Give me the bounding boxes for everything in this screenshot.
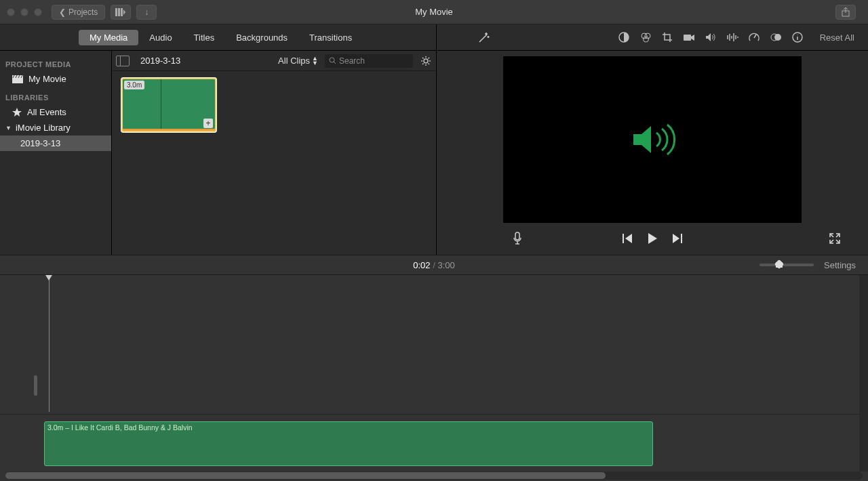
minimize-window[interactable] bbox=[20, 8, 28, 16]
disclosure-triangle-icon[interactable]: ▼ bbox=[5, 125, 12, 131]
timeline-clip-label: 3.0m – I Like It Cardi B, Bad Bunny & J … bbox=[45, 422, 652, 433]
media-tabs: My Media Audio Titles Backgrounds Transi… bbox=[79, 30, 363, 45]
svg-point-14 bbox=[330, 58, 334, 62]
tab-backgrounds[interactable]: Backgrounds bbox=[225, 30, 298, 45]
back-to-projects-button[interactable]: ❮ Projects bbox=[52, 5, 105, 20]
audio-clip-thumbnail[interactable]: 3.0m + bbox=[121, 78, 216, 132]
adjustment-tools bbox=[618, 31, 804, 43]
all-events-label: All Events bbox=[27, 107, 66, 117]
toolbar: My Media Audio Titles Backgrounds Transi… bbox=[0, 24, 868, 51]
back-label: Projects bbox=[68, 7, 98, 17]
current-time: 0:02 bbox=[413, 260, 430, 270]
sidebar-item-project[interactable]: My Movie bbox=[0, 71, 111, 87]
svg-rect-1 bbox=[118, 8, 120, 16]
project-name: My Movie bbox=[28, 74, 66, 84]
svg-rect-17 bbox=[623, 234, 624, 243]
timeline-marker[interactable] bbox=[34, 375, 37, 396]
chevron-left-icon: ❮ bbox=[59, 7, 66, 17]
info-icon bbox=[791, 31, 804, 43]
timeline-video-track[interactable] bbox=[0, 275, 868, 415]
speedometer-icon bbox=[748, 31, 760, 43]
search-icon bbox=[329, 57, 336, 64]
info-button[interactable] bbox=[791, 31, 804, 43]
toggle-sidebar-button[interactable] bbox=[116, 56, 130, 66]
skip-forward-icon bbox=[671, 234, 682, 243]
library-list-button[interactable] bbox=[111, 5, 131, 20]
next-button[interactable] bbox=[671, 232, 683, 245]
vertical-scrollbar[interactable] bbox=[859, 275, 868, 472]
info-strip: 0:02 / 3:00 Settings bbox=[0, 255, 868, 275]
media-browser: 2019-3-13 All Clips ▲▼ Search 3.0m + bbox=[112, 51, 437, 255]
search-placeholder: Search bbox=[339, 56, 365, 66]
time-separator: / bbox=[433, 260, 435, 270]
sidebar-heading-project-media: PROJECT MEDIA bbox=[0, 54, 111, 71]
crop-button[interactable] bbox=[661, 31, 673, 43]
stabilization-button[interactable] bbox=[683, 31, 695, 43]
zoom-window[interactable] bbox=[34, 8, 42, 16]
window-controls bbox=[7, 8, 42, 16]
star-icon bbox=[12, 108, 22, 117]
noise-reduction-button[interactable] bbox=[726, 31, 738, 43]
enhance-button[interactable] bbox=[477, 30, 491, 44]
contrast-icon bbox=[618, 31, 630, 43]
main-panel: PROJECT MEDIA My Movie LIBRARIES All Eve… bbox=[0, 51, 868, 255]
close-window[interactable] bbox=[7, 8, 15, 16]
svg-rect-8 bbox=[684, 35, 691, 41]
share-icon bbox=[842, 7, 850, 17]
add-to-timeline-button[interactable]: + bbox=[203, 119, 213, 128]
wand-icon bbox=[477, 30, 491, 44]
clip-filter-dropdown[interactable]: All Clips ▲▼ bbox=[278, 56, 318, 66]
palette-icon bbox=[639, 31, 652, 43]
audio-speaker-icon bbox=[625, 119, 679, 160]
import-button[interactable]: ↓ bbox=[136, 5, 157, 20]
crop-icon bbox=[661, 31, 673, 43]
skip-back-icon bbox=[623, 234, 633, 243]
speed-button[interactable] bbox=[748, 31, 760, 43]
clip-duration-badge: 3.0m bbox=[124, 81, 144, 89]
playback-controls bbox=[437, 223, 868, 253]
svg-point-7 bbox=[643, 37, 648, 42]
browser-settings-button[interactable] bbox=[420, 55, 432, 67]
clip-filter-label: All Clips bbox=[278, 56, 310, 66]
browser-event-name: 2019-3-13 bbox=[136, 56, 271, 66]
clip-skimmer bbox=[161, 79, 161, 129]
tab-titles[interactable]: Titles bbox=[183, 30, 226, 45]
timeline[interactable]: 3.0m – I Like It Cardi B, Bad Bunny & J … bbox=[0, 275, 868, 481]
timeline-settings-button[interactable]: Settings bbox=[824, 260, 856, 270]
play-icon bbox=[646, 232, 658, 245]
sidebar-item-all-events[interactable]: All Events bbox=[0, 104, 111, 120]
sidebar-item-library[interactable]: ▼ iMovie Library bbox=[0, 120, 111, 135]
color-correction-button[interactable] bbox=[639, 31, 652, 43]
svg-point-10 bbox=[774, 34, 781, 41]
overlap-icon bbox=[770, 32, 782, 43]
timecode-display: 0:02 / 3:00 bbox=[0, 260, 868, 270]
clip-filter-button[interactable] bbox=[770, 31, 782, 43]
tab-transitions[interactable]: Transitions bbox=[298, 30, 363, 45]
search-input[interactable]: Search bbox=[325, 54, 413, 68]
reset-all-button[interactable]: Reset All bbox=[820, 33, 854, 43]
browser-toolbar: 2019-3-13 All Clips ▲▼ Search bbox=[112, 51, 436, 71]
volume-icon bbox=[705, 32, 717, 43]
horizontal-scrollbar[interactable] bbox=[5, 472, 863, 480]
timeline-audio-clip[interactable]: 3.0m – I Like It Cardi B, Bad Bunny & J … bbox=[44, 421, 653, 466]
color-balance-button[interactable] bbox=[618, 31, 630, 43]
previous-button[interactable] bbox=[622, 232, 634, 245]
event-label: 2019-3-13 bbox=[20, 138, 60, 148]
equalizer-icon bbox=[726, 32, 738, 43]
svg-rect-12 bbox=[12, 78, 23, 83]
timeline-zoom-slider[interactable] bbox=[760, 264, 814, 266]
library-icon bbox=[115, 8, 126, 16]
preview-canvas[interactable] bbox=[503, 56, 802, 223]
gear-icon bbox=[420, 56, 431, 66]
scrollbar-thumb[interactable] bbox=[5, 472, 606, 479]
sidebar-item-event[interactable]: 2019-3-13 bbox=[0, 135, 111, 151]
volume-button[interactable] bbox=[705, 31, 717, 43]
tab-my-media[interactable]: My Media bbox=[79, 30, 138, 45]
play-button[interactable] bbox=[646, 232, 658, 245]
sidebar-heading-libraries: LIBRARIES bbox=[0, 87, 111, 104]
playhead[interactable] bbox=[49, 276, 50, 412]
tab-audio[interactable]: Audio bbox=[138, 30, 182, 45]
viewer-panel bbox=[437, 51, 868, 255]
clapperboard-icon bbox=[12, 75, 23, 83]
share-button[interactable] bbox=[835, 5, 856, 20]
